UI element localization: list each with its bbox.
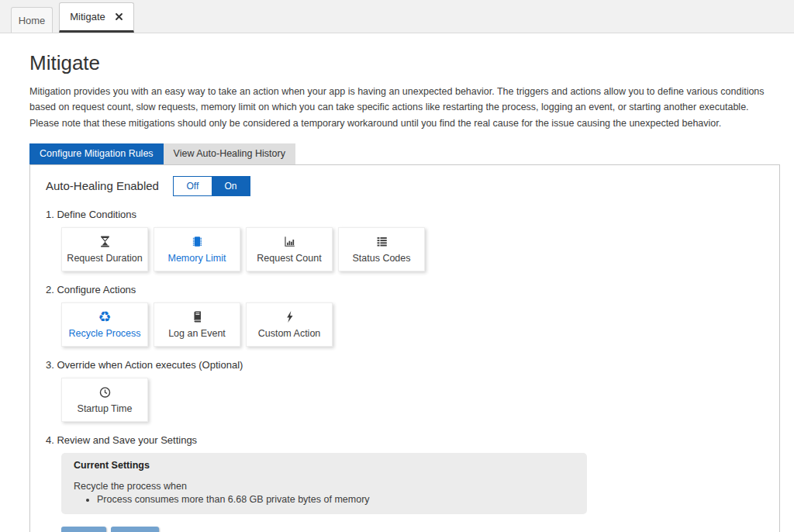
current-settings-list: Process consumes more than 6.68 GB priva… [97, 494, 575, 505]
card-label: Log an Event [168, 328, 226, 339]
auto-healing-row: Auto-Healing Enabled Off On [46, 176, 764, 196]
card-label: Status Codes [352, 253, 410, 264]
save-button[interactable]: Save [61, 527, 106, 532]
tab-mitigate-label: Mitigate [70, 11, 105, 22]
card-memory-limit[interactable]: Memory Limit [154, 227, 240, 271]
card-label: Request Duration [67, 253, 142, 264]
mitigation-subtabs: Configure Mitigation Rules View Auto-Hea… [29, 143, 780, 164]
card-startup-time[interactable]: Startup Time [61, 378, 148, 422]
subtab-configure-rules[interactable]: Configure Mitigation Rules [29, 143, 164, 164]
card-request-count[interactable]: Request Count [246, 227, 333, 271]
current-settings-box: Current Settings Recycle the process whe… [61, 453, 587, 514]
card-request-duration[interactable]: Request Duration [61, 227, 148, 271]
bar-chart-icon [283, 234, 296, 249]
condition-cards: Request Duration Memory Limit [61, 227, 764, 271]
memory-chip-icon [191, 234, 204, 249]
reset-button[interactable]: Reset [111, 527, 159, 532]
card-label: Recycle Process [68, 328, 140, 339]
button-row: Save Reset [61, 527, 764, 532]
card-label: Startup Time [78, 403, 133, 414]
auto-healing-label: Auto-Healing Enabled [46, 179, 159, 192]
card-label: Request Count [257, 253, 321, 264]
page-description: Mitigation provides you with an easy way… [29, 84, 780, 131]
hourglass-icon [98, 234, 112, 249]
override-cards: Startup Time [61, 378, 764, 422]
list-icon [375, 234, 388, 249]
section-title-define-conditions: 1. Define Conditions [46, 209, 764, 220]
card-custom-action[interactable]: Custom Action [246, 302, 333, 347]
book-icon [191, 309, 204, 324]
current-settings-heading: Current Settings [74, 460, 575, 471]
card-label: Memory Limit [167, 253, 226, 264]
tab-home[interactable]: Home [11, 7, 53, 33]
card-status-codes[interactable]: Status Codes [338, 227, 425, 271]
clock-icon [98, 385, 112, 399]
browser-tab-bar: Home Mitigate [0, 0, 794, 33]
tab-mitigate[interactable]: Mitigate [59, 2, 134, 33]
current-settings-intro: Recycle the process when [74, 481, 575, 492]
section-title-review-save: 4. Review and Save your Settings [46, 434, 764, 446]
current-settings-bullet: Process consumes more than 6.68 GB priva… [97, 494, 575, 505]
card-label: Custom Action [258, 328, 321, 339]
tab-home-label: Home [19, 15, 46, 26]
action-cards: ♻ Recycle Process Log an Event [61, 302, 764, 347]
close-icon[interactable] [115, 12, 123, 21]
toggle-on-button[interactable]: On [212, 177, 250, 195]
lightning-icon [283, 309, 296, 324]
subtab-view-history[interactable]: View Auto-Healing History [164, 143, 295, 164]
card-recycle-process[interactable]: ♻ Recycle Process [61, 302, 148, 347]
toggle-off-button[interactable]: Off [174, 177, 212, 195]
auto-healing-toggle: Off On [173, 176, 250, 196]
recycle-icon: ♻ [98, 309, 111, 324]
configure-rules-panel: Auto-Healing Enabled Off On 1. Define Co… [29, 164, 780, 532]
card-log-an-event[interactable]: Log an Event [154, 302, 240, 347]
section-title-override: 3. Override when Action executes (Option… [46, 359, 764, 371]
page-title: Mitigate [29, 51, 780, 75]
section-title-configure-actions: 2. Configure Actions [46, 284, 764, 295]
